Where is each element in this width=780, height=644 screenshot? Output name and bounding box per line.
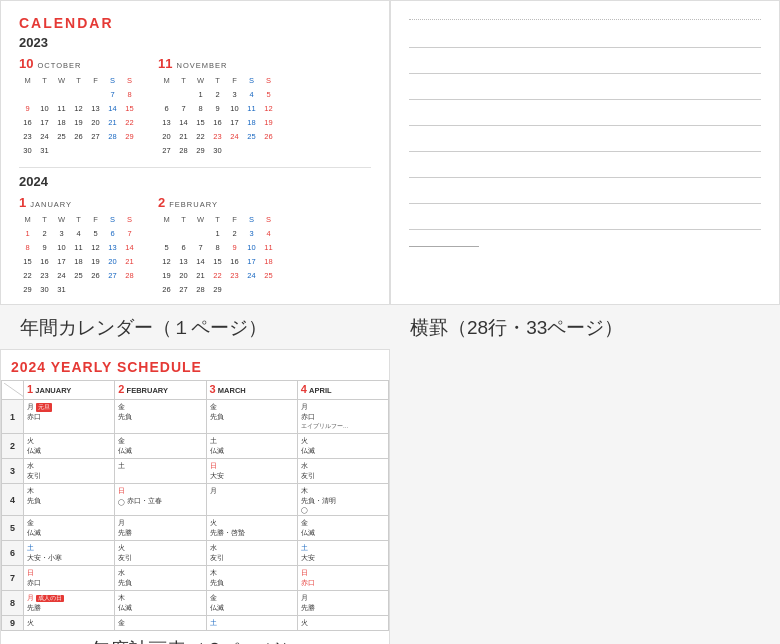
table-row: 4 木 先負 日 ◯赤口・立春 月 [2, 484, 389, 516]
schedule-caption-area: 年度計画表（２ページ） [1, 631, 389, 644]
calendar-panel: CALENDAR 2023 10 OCTOBER M T W [0, 0, 390, 305]
corner-header [2, 381, 24, 400]
year-2024: 2024 1 JANUARY M T W T F [19, 174, 371, 296]
svg-line-0 [4, 383, 24, 397]
cal-grid-october: M T W T F S S [19, 74, 138, 157]
table-row: 7 日 赤口 水 先負 木 先負 [2, 566, 389, 591]
schedule-title-text: 2024 YEARLY SCHEDULE [11, 359, 202, 375]
calendar-caption: 年間カレンダー（１ページ） [0, 305, 390, 341]
table-row: 2 火 仏滅 金 仏滅 土 仏滅 [2, 434, 389, 459]
schedule-title: 2024 YEARLY SCHEDULE [1, 350, 389, 380]
table-row: 5 金 仏滅 月 先勝 火 先勝・啓蟄 [2, 516, 389, 541]
table-row: 9 火 金 土 火 [2, 616, 389, 631]
th-feb: 2 FEBRUARY [115, 381, 206, 400]
month-num-11: 11 [158, 56, 172, 71]
schedule-caption-text: 年度計画表（２ページ） [91, 639, 300, 644]
month-num-10: 10 [19, 56, 33, 71]
ruled-panel [390, 0, 780, 305]
month-january: 1 JANUARY M T W T F S S 1 2 [19, 195, 138, 296]
ruled-caption: 横罫（28行・33ページ） [390, 305, 780, 341]
schedule-panel: 2024 YEARLY SCHEDULE [0, 349, 390, 644]
month-october: 10 OCTOBER M T W T F S S [19, 56, 138, 157]
cal-grid-november: M T W T F S S 1 2 3 [158, 74, 277, 157]
th-mar: 3 MARCH [206, 381, 297, 400]
th-jan: 1 JANUARY [24, 381, 115, 400]
month-february: 2 FEBRUARY M T W T F S S [158, 195, 277, 296]
month-november: 11 NOVEMBER M T W T F S S [158, 56, 277, 157]
schedule-table: 1 JANUARY 2 FEBRUARY 3 MARCH [1, 380, 389, 631]
table-row: 6 土 大安・小寒 火 友引 水 友引 [2, 541, 389, 566]
year-label-2023: 2023 [19, 35, 371, 50]
table-row: 1 月元旦 赤口 金 先負 金 先負 [2, 400, 389, 434]
year-label-2024: 2024 [19, 174, 371, 189]
table-row: 3 水 友引 土 日 大安 [2, 459, 389, 484]
table-row: 8 月成人の日 先勝 木 仏滅 金 仏滅 [2, 591, 389, 616]
month-name-november: NOVEMBER [176, 61, 227, 70]
month-name-october: OCTOBER [37, 61, 81, 70]
empty-panel [390, 349, 780, 644]
th-apr: 4 APRIL [297, 381, 388, 400]
year-2023: 2023 10 OCTOBER M T W T F [19, 35, 371, 157]
calendar-title: CALENDAR [19, 15, 371, 31]
